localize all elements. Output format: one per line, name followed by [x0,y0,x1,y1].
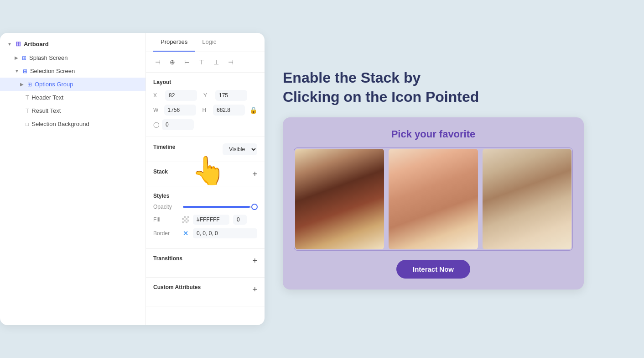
header-text-icon: T [26,95,29,101]
layer-header-text[interactable]: T Header Text [0,91,145,104]
donut-image-2 [389,149,478,249]
fill-label: Fill [153,216,178,223]
options-frame-icon: ⊞ [27,81,32,88]
border-row: Border ✕ 0, 0, 0, 0 [153,228,257,238]
align-icons-row: ⊣ ⊕ ⊢ ⊤ ⊥ ⊣ [146,52,265,73]
timeline-section: Timeline Visible [146,137,265,162]
preview-card: Pick your favorite Interact Now [283,117,584,290]
opacity-label: Opacity [153,204,178,210]
fill-opacity[interactable]: 0 [233,215,247,225]
w-label: W [153,107,161,113]
border-x-icon: ✕ [182,230,189,237]
styles-section: Styles Opacity Fill #FFFFFF 0 [146,186,265,249]
tab-logic[interactable]: Logic [195,33,223,52]
align-middle-v-icon[interactable]: ⊥ [212,58,221,67]
wh-row: W H 🔒 [153,105,257,116]
h-input[interactable] [213,105,245,116]
splash-expand-icon: ▶ [15,55,18,60]
timeline-select[interactable]: Visible [223,143,257,155]
xy-row: X Y [153,90,257,101]
opacity-row: Opacity [153,204,257,210]
selection-label: Selection Screen [30,68,75,74]
transitions-add-button[interactable]: + [252,257,257,265]
custom-attributes-title: Custom Attributes [153,284,201,290]
right-side: Enable the Stack by Clicking on the Icon… [283,68,644,290]
w-input[interactable] [164,105,196,116]
align-right-icon[interactable]: ⊢ [182,58,192,67]
layer-selection-screen[interactable]: ▼ ⊞ Selection Screen [0,64,145,78]
transitions-section: Transitions + [146,249,265,278]
artboard-frame-icon: ⊞ [16,40,21,47]
layout-section: Layout X Y W H 🔒 ◯ [146,73,265,137]
stack-row: Stack + [153,168,257,179]
x-input[interactable] [165,90,197,101]
border-label: Border [153,230,178,237]
instruction-line1: Enable the Stack by [283,68,520,88]
splash-label: Splash Screen [29,54,68,61]
interact-now-button[interactable]: Interact Now [396,260,470,279]
layer-selection-background[interactable]: □ Selection Background [0,117,145,131]
donut-image-3 [483,149,571,249]
transitions-header: Transitions + [153,255,257,266]
fill-value[interactable]: #FFFFFF [193,215,229,225]
opacity-slider[interactable] [183,206,257,208]
stack-section: Stack + 👆 [146,162,265,186]
selection-bg-label: Selection Background [31,121,89,127]
h-label: H [203,107,211,113]
timeline-title: Timeline [153,144,175,150]
align-bottom-icon[interactable]: ⊣ [226,58,235,67]
selection-bg-icon: □ [26,121,29,127]
layout-title: Layout [153,79,257,85]
custom-attributes-add-button[interactable]: + [252,285,257,294]
custom-attributes-header: Custom Attributes + [153,284,257,295]
corner-input[interactable] [162,119,194,130]
donut-image-1 [295,149,384,249]
custom-attributes-section: Custom Attributes + [146,278,265,306]
corner-icon: ◯ [153,121,159,128]
fill-row: Fill #FFFFFF 0 [153,215,257,225]
y-label: Y [203,92,213,99]
lock-icon: 🔒 [249,106,257,114]
instruction-text: Enable the Stack by Clicking on the Icon… [283,68,520,106]
styles-title: Styles [153,193,257,199]
options-label: Options Group [35,81,73,88]
layer-splash-screen[interactable]: ▶ ⊞ Splash Screen [0,51,145,64]
corner-row: ◯ [153,119,257,130]
stack-title: Stack [153,168,168,175]
instruction-line2: Clicking on the Icon Pointed [283,88,520,107]
timeline-row: Timeline Visible [153,143,257,155]
layer-result-text[interactable]: T Result Text [0,104,145,117]
donuts-grid [294,147,573,251]
selection-expand-icon: ▼ [15,68,19,74]
header-text-label: Header Text [31,94,63,101]
x-label: X [153,92,162,99]
properties-panel: Properties Logic ⊣ ⊕ ⊢ ⊤ ⊥ ⊣ Layout X Y [146,33,265,325]
border-value[interactable]: 0, 0, 0, 0 [193,228,257,238]
left-panel: ▼ ⊞ Artboard ▶ ⊞ Splash Screen ▼ ⊞ Selec… [0,33,265,325]
fill-swatch[interactable] [182,216,189,223]
opacity-slider-thumb [251,204,258,210]
props-tabs: Properties Logic [146,33,265,52]
splash-frame-icon: ⊞ [22,55,26,61]
artboard-expand-arrow: ▼ [7,42,12,47]
selection-frame-icon: ⊞ [23,68,27,74]
tab-properties[interactable]: Properties [153,33,195,52]
layer-options-group[interactable]: ▶ ⊞ Options Group [0,78,145,91]
align-left-icon[interactable]: ⊣ [153,58,162,67]
result-text-label: Result Text [31,107,61,114]
artboard-label: Artboard [24,41,49,47]
artboard-row[interactable]: ▼ ⊞ Artboard [0,37,145,51]
stack-add-button[interactable]: + [252,170,257,178]
options-expand-icon: ▶ [20,82,24,87]
align-center-h-icon[interactable]: ⊕ [168,58,177,67]
align-top-icon[interactable]: ⊤ [197,58,206,67]
opacity-slider-fill [183,206,250,208]
result-text-icon: T [26,108,29,114]
preview-title: Pick your favorite [294,128,573,140]
layer-tree: ▼ ⊞ Artboard ▶ ⊞ Splash Screen ▼ ⊞ Selec… [0,33,146,325]
y-input[interactable] [215,90,247,101]
transitions-title: Transitions [153,255,182,262]
